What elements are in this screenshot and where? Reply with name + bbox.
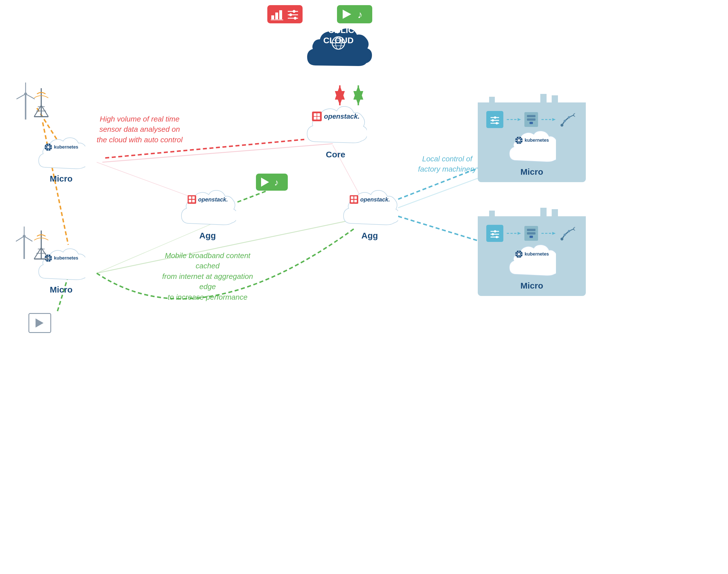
factory-top-right: kubernetes Micro: [478, 102, 586, 182]
micro-bottom-right-k8s-label: kubernetes: [525, 252, 549, 257]
media-icon-box: ♪: [337, 5, 372, 23]
svg-rect-105: [540, 208, 547, 216]
svg-point-122: [568, 230, 570, 232]
core-label: Core: [326, 150, 345, 159]
svg-point-78: [494, 116, 496, 119]
svg-text:♪: ♪: [358, 9, 363, 20]
agg-left-openstack-label: openstack.: [198, 196, 228, 203]
svg-marker-157: [36, 319, 44, 328]
micro-top-left-cloud: kubernetes: [37, 136, 85, 172]
svg-point-33: [289, 13, 292, 16]
svg-point-112: [496, 236, 498, 238]
svg-line-4: [102, 144, 333, 162]
svg-point-35: [294, 17, 297, 19]
svg-line-94: [573, 116, 575, 117]
micro-bottom-right-cloud: kubernetes: [508, 244, 556, 279]
svg-line-149: [16, 236, 24, 241]
annotation-mobile-broadband: Mobile broadband content cachedfrom inte…: [159, 250, 256, 302]
annotation-sensor-data: High volume of real timesensor data anal…: [97, 114, 183, 145]
svg-point-120: [560, 238, 563, 241]
svg-line-123: [573, 227, 575, 228]
agg-right-cloud: openstack.: [341, 188, 398, 229]
antenna-bottom-left: [29, 231, 54, 269]
svg-line-15: [237, 191, 267, 202]
svg-line-93: [573, 113, 575, 114]
agg-right-node: openstack. Agg: [341, 188, 398, 241]
svg-rect-47: [192, 200, 195, 202]
svg-rect-50: [354, 196, 357, 199]
micro-top-left-k8s-label: kubernetes: [54, 145, 78, 150]
agg-left-label: Agg: [199, 231, 216, 241]
svg-rect-28: [279, 10, 282, 19]
svg-rect-76: [552, 95, 558, 102]
svg-line-124: [573, 230, 575, 231]
analytics-icon-box: [267, 5, 303, 23]
svg-rect-41: [314, 117, 317, 120]
svg-rect-27: [275, 12, 278, 19]
svg-point-80: [492, 119, 494, 122]
svg-rect-39: [314, 113, 317, 116]
svg-point-31: [292, 10, 295, 13]
micro-bottom-left-k8s-label: kubernetes: [54, 255, 78, 261]
svg-point-90: [560, 124, 563, 127]
svg-marker-114: [517, 232, 521, 235]
micro-top-right-cloud: kubernetes: [508, 130, 556, 165]
svg-rect-45: [192, 196, 195, 199]
svg-rect-46: [189, 200, 191, 202]
svg-rect-44: [189, 196, 191, 199]
annotation-local-control: Local control offactory machinery: [418, 154, 476, 174]
micro-top-right-k8s-label: kubernetes: [525, 138, 549, 143]
svg-marker-86: [552, 118, 556, 121]
public-cloud-shape: PUBLICCLOUD: [302, 20, 375, 74]
svg-marker-53: [261, 177, 269, 187]
agg-right-openstack-label: openstack.: [360, 196, 390, 203]
svg-rect-42: [317, 117, 320, 120]
svg-rect-49: [351, 196, 354, 199]
antenna-top-left: [29, 88, 54, 126]
media-icon-mid: ♪: [256, 174, 288, 191]
svg-point-96: [518, 139, 520, 141]
micro-bottom-left-label: Micro: [50, 285, 73, 294]
svg-marker-116: [552, 232, 556, 235]
svg-point-108: [494, 230, 496, 233]
svg-point-121: [564, 234, 566, 236]
svg-rect-51: [351, 200, 354, 202]
agg-left-cloud: openstack.: [179, 188, 236, 229]
micro-bottom-right-node: kubernetes Micro: [508, 244, 556, 291]
svg-point-91: [564, 120, 566, 122]
micro-top-right-label: Micro: [520, 167, 543, 177]
core-cloud-shape: openstack.: [304, 102, 367, 148]
agg-left-node: openstack. Agg: [179, 188, 236, 241]
svg-rect-52: [354, 200, 357, 202]
svg-marker-84: [517, 118, 521, 121]
video-box-bottom-left: [29, 313, 51, 333]
svg-point-92: [568, 116, 570, 118]
core-node: openstack. Core: [304, 102, 367, 159]
svg-text:♪: ♪: [274, 177, 279, 188]
agg-right-label: Agg: [361, 231, 378, 241]
svg-rect-40: [317, 113, 320, 116]
public-cloud-label: PUBLICCLOUD: [322, 25, 354, 45]
svg-rect-75: [540, 94, 547, 102]
svg-rect-38: [312, 112, 322, 121]
svg-marker-36: [343, 10, 351, 19]
public-cloud-node: PUBLICCLOUD: [302, 20, 375, 74]
svg-point-56: [47, 146, 49, 148]
svg-rect-106: [552, 209, 558, 216]
core-openstack-label: openstack.: [324, 112, 359, 120]
factory-bottom-right: kubernetes Micro: [478, 216, 586, 296]
svg-point-82: [496, 122, 498, 124]
svg-point-126: [518, 253, 520, 255]
svg-rect-26: [271, 15, 274, 19]
svg-line-138: [16, 94, 26, 99]
svg-point-110: [492, 233, 494, 235]
micro-top-left-label: Micro: [50, 174, 73, 183]
micro-top-right-node: kubernetes Micro: [508, 130, 556, 177]
micro-bottom-right-label: Micro: [520, 281, 543, 291]
micro-top-left-node: kubernetes Micro: [37, 136, 85, 183]
